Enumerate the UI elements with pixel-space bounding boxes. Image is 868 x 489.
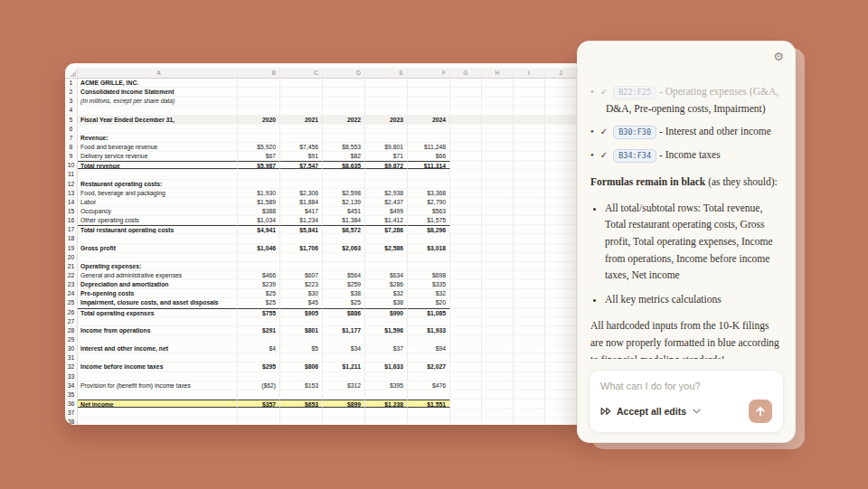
cell-F15[interactable]: $563 (408, 207, 450, 215)
cell-H6[interactable] (482, 125, 514, 133)
cell-J26[interactable] (545, 308, 577, 316)
row-header-30[interactable]: 30 (65, 344, 78, 353)
row-header-12[interactable]: 12 (65, 180, 78, 188)
cell-D21[interactable] (323, 262, 365, 270)
cell-F9[interactable]: $66 (408, 152, 450, 160)
cell-D4[interactable] (323, 106, 365, 114)
cell-F13[interactable]: $3,368 (408, 189, 450, 197)
cell-F25[interactable]: $20 (408, 298, 450, 306)
cell-J5[interactable] (545, 116, 577, 124)
cell-A37[interactable] (78, 409, 238, 417)
cell-F27[interactable] (408, 317, 450, 325)
cell-F33[interactable] (408, 372, 450, 381)
cell-A32[interactable]: Income before income taxes (78, 362, 238, 371)
cell-I28[interactable] (514, 326, 545, 334)
cell-A17[interactable]: Total restaurant operating costs (78, 225, 238, 233)
cell-B10[interactable]: $5,987 (238, 161, 280, 169)
column-header-H[interactable]: H (482, 68, 514, 79)
cell-C23[interactable]: $223 (280, 280, 323, 288)
cell-C3[interactable] (280, 97, 323, 105)
cell-A1[interactable]: ACME GRILLE, INC. (78, 79, 238, 87)
cell-D34[interactable]: $312 (323, 381, 365, 390)
cell-I14[interactable] (514, 198, 545, 206)
cell-H25[interactable] (482, 298, 514, 306)
cell-E15[interactable]: $499 (365, 207, 408, 215)
cell-H4[interactable] (482, 106, 514, 114)
cell-E24[interactable]: $32 (365, 289, 408, 297)
cell-F18[interactable] (408, 234, 450, 242)
cell-D9[interactable]: $82 (323, 152, 365, 160)
row-header-27[interactable]: 27 (65, 317, 78, 325)
cell-E3[interactable] (365, 97, 408, 105)
cell-G28[interactable] (450, 326, 482, 334)
cell-I4[interactable] (514, 106, 545, 114)
cell-B19[interactable]: $1,046 (238, 244, 280, 252)
cell-A10[interactable]: Total revenue (78, 161, 238, 169)
cell-G24[interactable] (450, 289, 482, 297)
cell-G19[interactable] (450, 244, 482, 252)
cell-D2[interactable] (323, 88, 365, 96)
cell-J21[interactable] (545, 262, 577, 270)
cell-I16[interactable] (514, 216, 545, 224)
cell-C29[interactable] (280, 335, 323, 343)
cell-F32[interactable]: $2,027 (408, 362, 450, 371)
cell-C2[interactable] (280, 88, 323, 96)
cell-G8[interactable] (450, 143, 482, 151)
cell-G1[interactable] (450, 79, 482, 87)
cell-J2[interactable] (545, 88, 577, 96)
cell-G16[interactable] (450, 216, 482, 224)
cell-H18[interactable] (482, 234, 514, 242)
cell-H31[interactable] (482, 353, 514, 362)
cell-H22[interactable] (482, 271, 514, 279)
cell-A12[interactable]: Restaurant operating costs: (78, 180, 238, 188)
cell-A33[interactable] (78, 372, 238, 381)
cell-J10[interactable] (545, 161, 577, 169)
cell-A22[interactable]: General and administrative expenses (78, 271, 238, 279)
cell-H26[interactable] (482, 308, 514, 316)
cell-E30[interactable]: $37 (365, 344, 408, 353)
cell-A27[interactable] (78, 317, 238, 325)
cell-G23[interactable] (450, 280, 482, 288)
cell-H28[interactable] (482, 326, 514, 334)
cell-E37[interactable] (365, 409, 408, 417)
cell-E11[interactable] (365, 170, 408, 178)
cell-F12[interactable] (408, 180, 450, 188)
cell-B34[interactable]: ($62) (238, 381, 280, 390)
cell-F14[interactable]: $2,790 (408, 198, 450, 206)
cell-H11[interactable] (482, 170, 514, 178)
cell-I3[interactable] (514, 97, 545, 105)
cell-B28[interactable]: $291 (238, 326, 280, 334)
row-header-33[interactable]: 33 (65, 372, 78, 381)
cell-H23[interactable] (482, 280, 514, 288)
cell-G11[interactable] (450, 170, 482, 178)
cell-I17[interactable] (514, 225, 545, 233)
row-header-38[interactable]: 38 (65, 418, 78, 425)
cell-D7[interactable] (323, 134, 365, 142)
row-header-37[interactable]: 37 (65, 409, 78, 417)
cell-A3[interactable]: (In millions, except per share data) (78, 97, 238, 105)
cell-B20[interactable] (238, 253, 280, 261)
cell-H29[interactable] (482, 335, 514, 343)
cell-A5[interactable]: Fiscal Year Ended December 31, (78, 116, 238, 124)
cell-A16[interactable]: Other operating costs (78, 216, 238, 224)
cell-E17[interactable]: $7,286 (365, 225, 408, 233)
cell-F7[interactable] (408, 134, 450, 142)
cell-B2[interactable] (238, 88, 280, 96)
cell-C31[interactable] (280, 353, 323, 362)
cell-A26[interactable]: Total operating expenses (78, 308, 238, 316)
cell-B25[interactable]: $25 (238, 298, 280, 306)
cell-J17[interactable] (545, 225, 577, 233)
cell-B37[interactable] (238, 409, 280, 417)
cell-I20[interactable] (514, 253, 545, 261)
cell-E34[interactable]: $395 (365, 381, 408, 390)
cell-H16[interactable] (482, 216, 514, 224)
select-all-corner[interactable] (65, 68, 78, 79)
cell-H3[interactable] (482, 97, 514, 105)
cell-B18[interactable] (238, 234, 280, 242)
cell-J29[interactable] (545, 335, 577, 343)
cell-H24[interactable] (482, 289, 514, 297)
cell-G22[interactable] (450, 271, 482, 279)
cell-G35[interactable] (450, 390, 482, 399)
cell-B11[interactable] (238, 170, 280, 178)
cell-H2[interactable] (482, 88, 514, 96)
